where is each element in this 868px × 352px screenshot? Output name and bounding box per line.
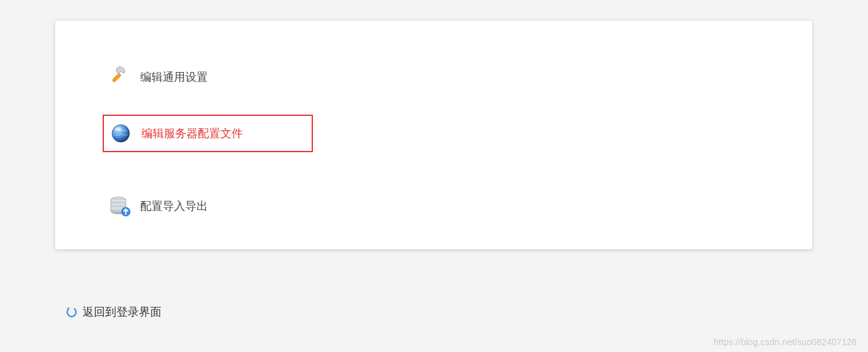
menu-item-label: 编辑通用设置 (140, 70, 208, 85)
watermark-text: https://blog.csdn.net/suo082407128 (713, 337, 857, 347)
menu-item-label: 配置导入导出 (140, 199, 208, 214)
database-arrow-icon (104, 194, 135, 218)
menu-item-label: 编辑服务器配置文件 (141, 126, 243, 141)
menu-item-edit-server-config[interactable]: 编辑服务器配置文件 (103, 115, 313, 152)
globe-icon (105, 123, 136, 144)
back-arrow-icon (64, 306, 79, 318)
back-to-login-link[interactable]: 返回到登录界面 (64, 304, 161, 319)
svg-point-2 (115, 127, 121, 131)
settings-card: 编辑通用设置 编辑服务器配置文件 (55, 21, 812, 249)
wrench-icon (104, 66, 135, 88)
menu-item-edit-general[interactable]: 编辑通用设置 (55, 58, 812, 96)
svg-rect-0 (112, 73, 121, 83)
menu-item-import-export[interactable]: 配置导入导出 (55, 187, 812, 225)
svg-point-1 (112, 125, 130, 142)
back-link-label: 返回到登录界面 (83, 304, 161, 319)
